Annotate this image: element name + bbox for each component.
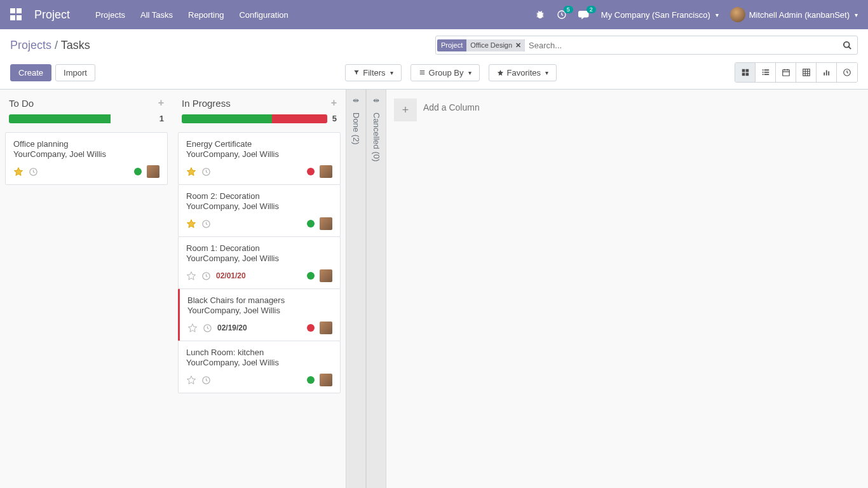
- facet-remove-icon[interactable]: ✕: [515, 41, 521, 50]
- company-selector[interactable]: My Company (San Francisco) ▾: [601, 10, 719, 20]
- card-title: Room 1: Decoration: [186, 243, 332, 253]
- card-title: Black Chairs for managers: [187, 295, 332, 305]
- search-bar[interactable]: Project Office Design ✕: [435, 36, 858, 55]
- expand-icon: ⇹: [353, 96, 359, 105]
- star-icon[interactable]: [13, 166, 24, 177]
- column-progress[interactable]: [182, 114, 327, 123]
- kanban-card[interactable]: Black Chairs for managers YourCompany, J…: [178, 288, 341, 341]
- assignee-avatar[interactable]: [147, 165, 159, 178]
- groupby-button[interactable]: Group By ▾: [410, 64, 480, 81]
- apps-icon[interactable]: [10, 8, 23, 21]
- kanban-card[interactable]: Energy Certificate YourCompany, Joel Wil…: [178, 132, 341, 185]
- activity-icon[interactable]: [29, 167, 38, 177]
- folded-title: Done (2): [351, 112, 361, 145]
- assignee-avatar[interactable]: [320, 217, 332, 230]
- activity-icon[interactable]: [201, 167, 211, 177]
- due-date: 02/01/20: [216, 271, 246, 280]
- quick-create-icon[interactable]: +: [331, 97, 337, 109]
- card-title: Room 2: Decoration: [186, 191, 332, 201]
- add-column-input[interactable]: [423, 98, 534, 112]
- chevron-down-icon: ▾: [715, 11, 719, 18]
- activity-icon[interactable]: [201, 219, 211, 229]
- kanban-card[interactable]: Lunch Room: kitchen YourCompany, Joel Wi…: [178, 341, 341, 393]
- quick-create-icon[interactable]: +: [158, 97, 164, 109]
- view-graph[interactable]: [817, 63, 837, 82]
- column-title[interactable]: In Progress: [182, 98, 231, 109]
- nav-all-tasks[interactable]: All Tasks: [140, 10, 173, 20]
- column-title[interactable]: To Do: [9, 98, 34, 109]
- filters-button[interactable]: Filters ▾: [345, 64, 401, 81]
- nav-configuration[interactable]: Configuration: [239, 10, 288, 20]
- svg-rect-11: [762, 74, 763, 75]
- star-icon[interactable]: [186, 271, 196, 281]
- user-name: Mitchell Admin (kanbanSet): [749, 10, 850, 20]
- view-activity[interactable]: [837, 63, 857, 82]
- star-icon[interactable]: [186, 219, 196, 229]
- expand-icon: ⇹: [373, 96, 379, 105]
- messages-badge: 2: [587, 6, 596, 13]
- column-count: 1: [159, 114, 164, 123]
- card-subtitle: YourCompany, Joel Willis: [186, 149, 332, 159]
- column-progress[interactable]: [9, 114, 154, 123]
- kanban-state-icon[interactable]: [307, 376, 315, 384]
- card-title: Energy Certificate: [186, 139, 332, 149]
- activities-badge: 5: [564, 6, 573, 13]
- activity-icon[interactable]: [203, 323, 212, 333]
- kanban-card[interactable]: Office planning YourCompany, Joel Willis: [5, 132, 168, 185]
- column-done-folded[interactable]: ⇹ Done (2): [346, 90, 366, 488]
- card-subtitle: YourCompany, Joel Willis: [186, 201, 332, 211]
- kanban-state-icon[interactable]: [307, 324, 315, 332]
- card-subtitle: YourCompany, Joel Willis: [13, 149, 159, 159]
- app-title: Project: [34, 8, 70, 22]
- svg-rect-8: [764, 69, 769, 71]
- svg-rect-13: [782, 70, 789, 76]
- column-inprogress: In Progress + 5 Energy Certificate YourC…: [173, 90, 346, 488]
- kanban-state-icon[interactable]: [134, 168, 142, 175]
- svg-rect-10: [764, 72, 769, 73]
- star-icon[interactable]: [186, 375, 196, 385]
- view-list[interactable]: [756, 63, 776, 82]
- view-kanban[interactable]: [735, 63, 756, 82]
- breadcrumb-parent[interactable]: Projects: [10, 39, 51, 51]
- kanban-card[interactable]: Room 1: Decoration YourCompany, Joel Wil…: [178, 236, 341, 289]
- activities-icon[interactable]: 5: [557, 10, 567, 20]
- create-button[interactable]: Create: [10, 64, 51, 81]
- company-name: My Company (San Francisco): [601, 10, 710, 20]
- assignee-avatar[interactable]: [320, 374, 332, 386]
- import-button[interactable]: Import: [55, 64, 95, 81]
- kanban-state-icon[interactable]: [307, 220, 315, 227]
- messages-icon[interactable]: 2: [578, 10, 590, 20]
- star-icon[interactable]: [187, 323, 198, 333]
- nav-projects[interactable]: Projects: [95, 10, 125, 20]
- view-calendar[interactable]: [776, 63, 796, 82]
- star-icon[interactable]: [186, 166, 196, 177]
- assignee-avatar[interactable]: [320, 269, 332, 282]
- activity-icon[interactable]: [201, 376, 211, 385]
- favorites-button[interactable]: Favorites ▾: [489, 64, 557, 81]
- assignee-avatar[interactable]: [320, 165, 332, 178]
- card-subtitle: YourCompany, Joel Willis: [187, 306, 332, 315]
- view-pivot[interactable]: [796, 63, 817, 82]
- svg-rect-7: [762, 69, 763, 71]
- nav-reporting[interactable]: Reporting: [188, 10, 224, 20]
- activity-icon[interactable]: [201, 271, 211, 281]
- card-title: Lunch Room: kitchen: [186, 348, 332, 357]
- folded-title: Cancelled (0): [372, 112, 381, 161]
- kanban-card[interactable]: Room 2: Decoration YourCompany, Joel Wil…: [178, 184, 341, 237]
- add-column-button[interactable]: +: [394, 98, 417, 121]
- search-input[interactable]: [525, 38, 843, 53]
- kanban-state-icon[interactable]: [307, 168, 315, 175]
- user-menu[interactable]: Mitchell Admin (kanbanSet) ▾: [730, 7, 858, 22]
- chevron-down-icon: ▾: [855, 11, 858, 18]
- search-icon[interactable]: [843, 41, 852, 50]
- column-cancelled-folded[interactable]: ⇹ Cancelled (0): [366, 90, 386, 488]
- kanban-state-icon[interactable]: [307, 272, 315, 280]
- debug-icon[interactable]: [535, 10, 545, 20]
- nav-right: 5 2 My Company (San Francisco) ▾ Mitchel…: [535, 7, 858, 22]
- star-icon: [497, 69, 504, 76]
- assignee-avatar[interactable]: [320, 322, 332, 334]
- svg-line-2: [848, 46, 851, 49]
- breadcrumb: Projects / Tasks: [10, 39, 90, 52]
- card-title: Office planning: [13, 139, 159, 149]
- control-panel: Projects / Tasks Project Office Design ✕…: [0, 29, 868, 90]
